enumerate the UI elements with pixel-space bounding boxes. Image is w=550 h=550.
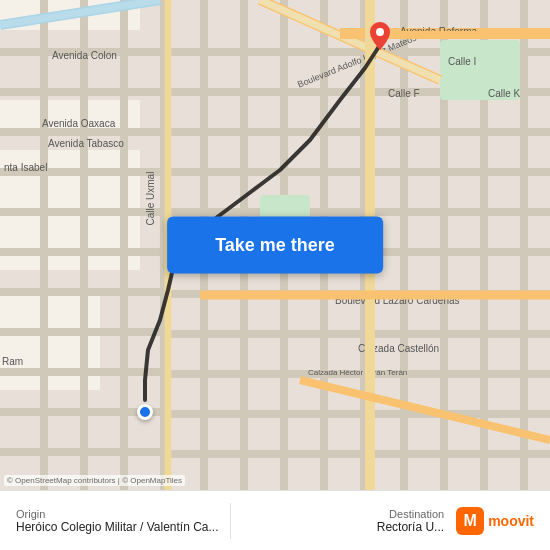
destination-marker bbox=[370, 22, 390, 50]
take-me-there-button[interactable]: Take me there bbox=[167, 217, 383, 274]
bottom-bar: Origin Heróico Colegio Militar / Valentí… bbox=[0, 490, 550, 550]
destination-label: Destination bbox=[389, 508, 444, 520]
moovit-logo: M moovit bbox=[456, 507, 534, 535]
origin-value: Heróico Colegio Militar / Valentín Ca... bbox=[16, 520, 219, 534]
divider bbox=[230, 503, 231, 539]
svg-point-9 bbox=[376, 28, 384, 36]
moovit-icon: M bbox=[456, 507, 484, 535]
destination-value: Rectoría U... bbox=[377, 520, 444, 534]
destination-info: Destination Rectoría U... bbox=[239, 508, 445, 534]
map-container: Avenida Colon Avenida Oaxaca Avenida Tab… bbox=[0, 0, 550, 490]
origin-label: Origin bbox=[16, 508, 45, 520]
map-copyright: © OpenStreetMap contributors | © OpenMap… bbox=[4, 475, 185, 486]
origin-marker bbox=[137, 404, 153, 420]
moovit-text: moovit bbox=[488, 513, 534, 529]
origin-info: Origin Heróico Colegio Militar / Valentí… bbox=[16, 508, 222, 534]
